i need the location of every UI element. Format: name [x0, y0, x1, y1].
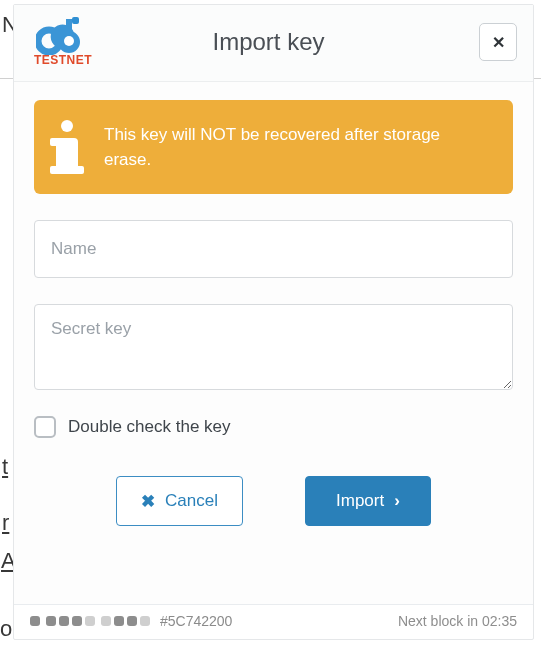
cancel-button[interactable]: ✖ Cancel: [116, 476, 243, 526]
close-icon: ✖: [141, 491, 155, 512]
status-footer: #5C742200 Next block in 02:35: [14, 604, 533, 639]
block-hash: #5C742200: [160, 613, 232, 629]
secret-key-input[interactable]: [34, 304, 513, 390]
name-field: [34, 220, 513, 278]
status-indicator: [30, 616, 150, 626]
warning-message: This key will NOT be recovered after sto…: [104, 122, 491, 173]
info-icon: [56, 120, 78, 174]
bg-letter: t: [2, 452, 8, 482]
import-button[interactable]: Import ›: [305, 476, 431, 526]
cancel-label: Cancel: [165, 491, 218, 511]
next-block-timer: Next block in 02:35: [398, 613, 517, 629]
double-check-label: Double check the key: [68, 417, 231, 437]
double-check-row: Double check the key: [34, 416, 513, 438]
modal-header: TESTNET Import key ✕: [14, 5, 533, 82]
warning-alert: This key will NOT be recovered after sto…: [34, 100, 513, 194]
close-icon: ✕: [492, 33, 505, 52]
chevron-right-icon: ›: [394, 491, 400, 511]
modal-body: This key will NOT be recovered after sto…: [14, 82, 533, 604]
modal-title: Import key: [58, 28, 479, 56]
double-check-checkbox[interactable]: [34, 416, 56, 438]
secret-key-field: [34, 304, 513, 394]
bg-letter: r: [2, 508, 9, 538]
import-key-modal: TESTNET Import key ✕ This key will NOT b…: [13, 4, 534, 640]
svg-rect-2: [72, 17, 79, 24]
import-label: Import: [336, 491, 384, 511]
action-row: ✖ Cancel Import ›: [34, 476, 513, 526]
close-button[interactable]: ✕: [479, 23, 517, 61]
name-input[interactable]: [34, 220, 513, 278]
